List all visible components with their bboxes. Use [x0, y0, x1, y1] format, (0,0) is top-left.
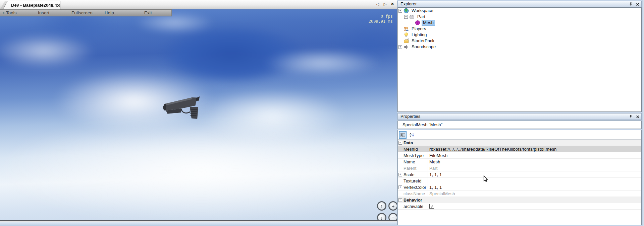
property-row-parent[interactable]: ParentPart	[398, 165, 641, 171]
document-tab-bar: Dev - Baseplate2048.rbxl ◁ ▷ ✕	[0, 0, 397, 9]
pistol-mesh[interactable]	[161, 92, 210, 123]
tilt-down-button[interactable]: ↓	[377, 213, 386, 221]
tree-item-label: Lighting	[411, 32, 428, 37]
property-name: archivable	[404, 204, 428, 209]
expand-toggle-icon[interactable]: +	[404, 15, 408, 19]
expand-toggle-icon[interactable]: +	[398, 45, 402, 49]
property-name: VertexColor	[404, 185, 428, 190]
property-row-archivable[interactable]: archivable	[398, 203, 641, 210]
property-row-name[interactable]: NameMesh	[398, 159, 641, 165]
tree-item-label: Soundscape	[411, 44, 437, 50]
close-icon[interactable]	[635, 2, 640, 6]
section-row-behavior[interactable]: −Behavior	[398, 197, 641, 203]
mouse-cursor	[483, 175, 488, 184]
cloud-layer	[322, 19, 397, 70]
property-value[interactable]: Part	[428, 165, 641, 171]
workspace-icon	[404, 8, 409, 13]
tree-item-workspace[interactable]: +Workspace	[398, 8, 641, 14]
screenshot-root: Dev - Baseplate2048.rbxl ◁ ▷ ✕	[0, 0, 644, 226]
menu-item-exit[interactable]: Exit	[144, 10, 152, 16]
categorized-view-icon[interactable]	[399, 131, 407, 139]
archivable-checkbox[interactable]	[429, 204, 434, 209]
property-value[interactable]: Mesh	[428, 159, 641, 165]
tree-item-lighting[interactable]: Lighting	[398, 32, 641, 38]
document-tab-label: Dev - Baseplate2048.rbxl	[3, 1, 60, 9]
properties-toolbar: A Z	[398, 130, 641, 140]
section-row-data[interactable]: −Data	[398, 140, 641, 146]
tilt-up-button[interactable]: ↑	[377, 201, 386, 211]
starterpack-icon	[404, 38, 409, 44]
menu-item-tools[interactable]: Tools	[6, 10, 17, 16]
lighting-icon	[404, 32, 409, 37]
tab-scroll-left-icon[interactable]: ◁	[375, 2, 380, 6]
property-value[interactable]	[428, 178, 641, 184]
zoom-out-button[interactable]: −	[388, 213, 397, 221]
tree-item-label: Players	[411, 26, 427, 31]
expand-toggle-icon[interactable]: +	[398, 173, 402, 176]
tab-scroll-right-icon[interactable]: ▷	[383, 2, 387, 6]
alphabetical-sort-icon[interactable]: A Z	[408, 131, 416, 139]
property-row-vertexcolor[interactable]: +VertexColor1, 1, 1	[398, 184, 641, 191]
property-name: Parent	[404, 166, 428, 171]
tree-item-label: StarterPack	[411, 38, 435, 44]
document-tab[interactable]: Dev - Baseplate2048.rbxl	[3, 1, 60, 9]
docked-panels: Explorer +Workspace+PartMeshPlayersLight…	[397, 0, 644, 226]
zoom-in-button[interactable]: +	[388, 201, 397, 211]
property-value[interactable]: rbxasset://../../../shareddata/RiseOfThe…	[428, 146, 641, 152]
property-value[interactable]: 1, 1, 1	[428, 184, 641, 190]
expand-toggle-icon[interactable]: +	[398, 185, 402, 189]
explorer-tree: +Workspace+PartMeshPlayersLightingStarte…	[397, 7, 642, 112]
cloud-layer	[0, 110, 397, 221]
property-value[interactable]: SpecialMesh	[428, 191, 641, 197]
expand-toggle-icon[interactable]: −	[398, 141, 402, 145]
property-row-classname[interactable]: classNameSpecialMesh	[398, 191, 641, 197]
mesh-icon	[415, 20, 420, 25]
cloud-layer	[0, 29, 107, 73]
window-right-frame	[643, 0, 644, 226]
players-icon	[404, 26, 409, 31]
property-name: className	[404, 191, 428, 196]
property-value[interactable]: 1, 1, 1	[428, 171, 641, 177]
property-name: Data	[404, 140, 413, 145]
property-name: Name	[404, 159, 428, 164]
svg-text:A: A	[410, 133, 412, 135]
tree-item-players[interactable]: Players	[398, 26, 641, 32]
property-name: Behavior	[404, 198, 422, 203]
expand-toggle-icon[interactable]: −	[398, 198, 402, 202]
studio-document-window: Dev - Baseplate2048.rbxl ◁ ▷ ✕	[0, 0, 397, 222]
mdi-window-controls: ◁ ▷ ✕	[375, 2, 395, 6]
menu-item-help[interactable]: Help...	[105, 10, 118, 16]
tree-item-starterpack[interactable]: StarterPack	[398, 38, 641, 44]
property-value[interactable]	[428, 203, 641, 209]
toolbar-close-icon[interactable]: x	[3, 10, 5, 16]
tree-item-label: Part	[416, 14, 426, 19]
selected-object-label: SpecialMesh "Mesh"	[397, 121, 642, 129]
property-row-meshtype[interactable]: MeshTypeFileMesh	[398, 152, 641, 159]
menu-bar: x ToolsInsertFullscreenHelp...Exit	[0, 9, 172, 16]
explorer-panel-header: Explorer	[397, 1, 642, 7]
property-row-textureid[interactable]: TextureId	[398, 178, 641, 184]
cloud-layer	[144, 19, 319, 90]
menu-item-insert[interactable]: Insert	[38, 10, 49, 16]
tree-item-label: Mesh	[422, 20, 435, 25]
properties-title: Properties	[400, 114, 420, 119]
tree-item-soundscape[interactable]: +Soundscape	[398, 44, 641, 50]
property-row-scale[interactable]: +Scale1, 1, 1	[398, 171, 641, 178]
fps-value: 0 fps	[369, 14, 393, 19]
tree-item-mesh[interactable]: Mesh	[398, 20, 641, 26]
frame-time-value: 2009.91 ms	[369, 19, 393, 24]
pin-icon[interactable]	[629, 2, 633, 6]
property-name: MeshId	[404, 147, 428, 152]
svg-text:Z: Z	[410, 135, 412, 137]
property-row-meshid[interactable]: MeshIdrbxasset://../../../shareddata/Ris…	[398, 146, 641, 152]
3d-viewport[interactable]: x ToolsInsertFullscreenHelp...Exit 0 fps…	[0, 9, 397, 221]
tree-item-part[interactable]: +Part	[398, 14, 641, 20]
menu-item-fullscreen[interactable]: Fullscreen	[71, 10, 93, 16]
close-icon[interactable]	[635, 115, 640, 119]
explorer-title: Explorer	[400, 1, 417, 6]
property-value[interactable]: FileMesh	[428, 152, 641, 158]
expand-toggle-icon[interactable]: +	[398, 9, 402, 13]
window-bottom-frame	[0, 222, 397, 226]
pin-icon[interactable]	[629, 115, 633, 119]
window-close-icon[interactable]: ✕	[390, 2, 395, 6]
